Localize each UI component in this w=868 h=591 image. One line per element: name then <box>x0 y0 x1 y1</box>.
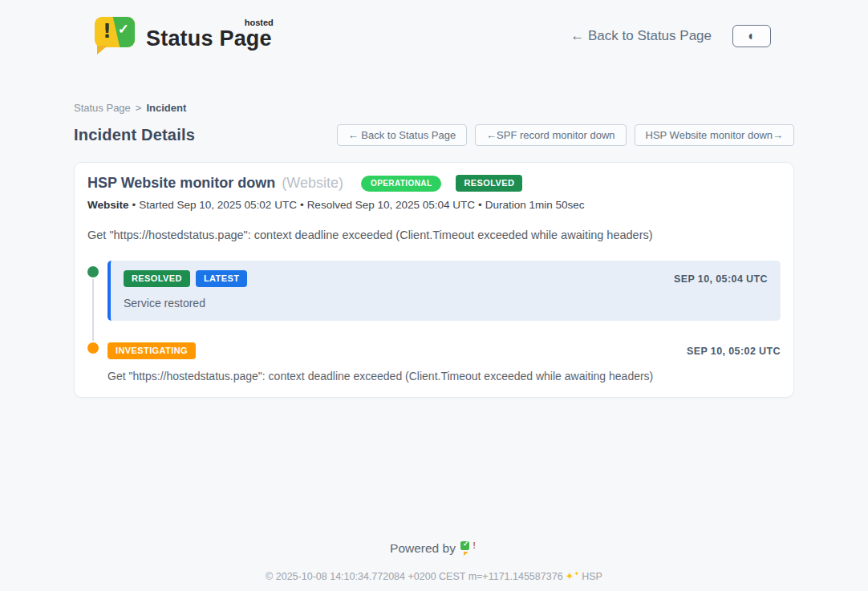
footer: Powered by ! ✓ © 2025-10-08 14:10:34.772… <box>0 540 868 582</box>
timeline-message: Service restored <box>124 297 768 310</box>
theme-toggle-button[interactable] <box>732 25 771 47</box>
timeline-dot-orange <box>86 341 100 355</box>
meta-separator: • <box>300 199 304 211</box>
meta-separator: • <box>132 199 136 211</box>
meta-resolved: Resolved Sep 10, 2025 05:04 UTC <box>307 199 475 211</box>
breadcrumb-status-page[interactable]: Status Page <box>74 102 131 114</box>
mini-logo-tail <box>464 552 468 556</box>
timeline-message: Get "https://hostedstatus.page": context… <box>107 370 781 383</box>
copyright-text: © 2025-10-08 14:10:34.772084 +0200 CEST … <box>266 571 563 582</box>
incident-card: HSP Website monitor down (Website) OPERA… <box>74 162 794 398</box>
exclamation-icon: ! <box>103 20 112 43</box>
back-to-status-page-button[interactable]: ← Back to Status Page <box>337 124 467 146</box>
powered-by: Powered by ! ✓ <box>0 540 868 556</box>
resolved-status-badge: RESOLVED <box>456 175 522 192</box>
brand-logo[interactable]: ! ✓ Status Page hosted <box>95 17 272 55</box>
status-page-logo-icon: ! ✓ <box>95 17 135 55</box>
main-content: Status Page>Incident Incident Details ← … <box>74 102 794 398</box>
prev-incident-button[interactable]: ←SPF record monitor down <box>475 124 626 146</box>
incident-timeline: RESOLVED LATEST SEP 10, 05:04 UTC Servic… <box>87 261 781 383</box>
timeline-entry-investigating: INVESTIGATING SEP 10, 05:02 UTC Get "htt… <box>87 342 781 383</box>
meta-component: Website <box>87 199 129 211</box>
status-page-mini-logo-icon[interactable]: ! ✓ <box>463 540 478 556</box>
copyright-brand: HSP <box>582 571 602 582</box>
meta-started: Started Sep 10, 2025 05:02 UTC <box>139 199 297 211</box>
investigating-badge: INVESTIGATING <box>107 342 196 359</box>
check-icon: ✓ <box>118 21 129 38</box>
meta-duration: Duration 1min 50sec <box>485 199 585 211</box>
incident-nav-buttons: ← Back to Status Page ←SPF record monito… <box>337 124 794 146</box>
breadcrumb-incident: Incident <box>146 102 186 114</box>
header: ! ✓ Status Page hosted ← Back to Status … <box>0 0 868 61</box>
timeline-dot-green <box>86 265 100 279</box>
resolved-badge: RESOLVED <box>124 270 190 287</box>
next-incident-button[interactable]: HSP Website monitor down→ <box>635 124 794 146</box>
latest-badge: LATEST <box>196 270 247 287</box>
timeline-entry-box: RESOLVED LATEST SEP 10, 05:04 UTC Servic… <box>107 261 781 321</box>
incident-meta: Website•Started Sep 10, 2025 05:02 UTC•R… <box>87 199 781 211</box>
half-circle-icon <box>748 30 756 43</box>
powered-by-label: Powered by <box>390 541 456 556</box>
brand-superscript: hosted <box>245 18 274 27</box>
brand-name: Status Page <box>146 26 272 51</box>
brand-text: Status Page hosted <box>146 17 272 51</box>
meta-separator: • <box>478 199 482 211</box>
timeline-timestamp: SEP 10, 05:04 UTC <box>674 273 768 285</box>
breadcrumb: Status Page>Incident <box>74 102 794 114</box>
page-title: Incident Details <box>74 126 195 144</box>
incident-component: (Website) <box>282 175 343 192</box>
logo-bubble-tail <box>97 46 107 55</box>
incident-description: Get "https://hostedstatus.page": context… <box>87 229 781 241</box>
copyright-line: © 2025-10-08 14:10:34.772084 +0200 CEST … <box>0 570 868 582</box>
breadcrumb-separator: > <box>136 102 142 114</box>
incident-title: HSP Website monitor down <box>87 175 275 192</box>
back-to-status-page-link[interactable]: ← Back to Status Page <box>570 28 712 44</box>
timeline-entry-resolved: RESOLVED LATEST SEP 10, 05:04 UTC Servic… <box>87 261 781 321</box>
timeline-timestamp: SEP 10, 05:02 UTC <box>687 346 781 357</box>
sparkles-icon <box>566 571 580 582</box>
operational-status-badge: OPERATIONAL <box>361 176 441 192</box>
